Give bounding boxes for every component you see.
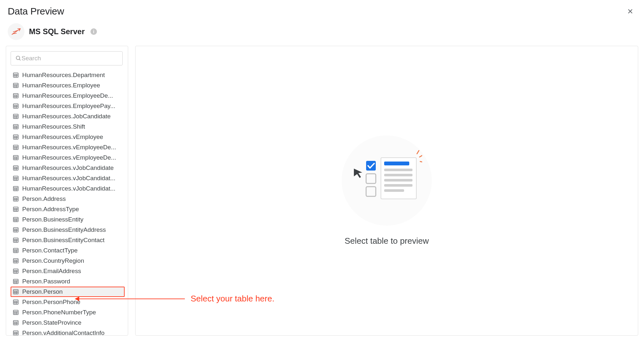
datasource-header: MS SQL Server i xyxy=(0,20,644,46)
table-item-label: HumanResources.EmployeeDe... xyxy=(22,92,113,99)
svg-rect-32 xyxy=(14,135,18,139)
table-item[interactable]: Person.StateProvince xyxy=(11,318,125,328)
table-item[interactable]: Person.ContactType xyxy=(11,245,125,256)
main-panel: Select table to preview xyxy=(135,46,638,336)
table-item-label: Person.BusinessEntityAddress xyxy=(22,226,106,233)
table-item[interactable]: Person.vAdditionalContactInfo xyxy=(11,328,125,335)
table-item-label: HumanResources.vEmployeeDe... xyxy=(22,154,116,161)
table-item[interactable]: HumanResources.Department xyxy=(11,70,125,80)
table-icon xyxy=(13,237,19,243)
table-item[interactable]: Person.BusinessEntityContact xyxy=(11,235,125,245)
table-item-label: Person.Address xyxy=(22,195,66,202)
search-box[interactable] xyxy=(11,51,123,65)
table-list[interactable]: HumanResources.DepartmentHumanResources.… xyxy=(11,70,126,335)
table-item[interactable]: Person.Address xyxy=(11,194,125,204)
table-item-label: Person.BusinessEntity xyxy=(22,216,83,223)
header-bar: Data Preview × xyxy=(0,0,644,20)
svg-rect-102 xyxy=(14,279,18,283)
svg-line-143 xyxy=(420,155,422,157)
table-item[interactable]: Person.BusinessEntity xyxy=(11,214,125,225)
svg-rect-47 xyxy=(14,166,18,170)
table-item-label: Person.Password xyxy=(22,278,70,285)
table-icon xyxy=(13,309,19,316)
svg-rect-112 xyxy=(14,300,18,304)
table-item[interactable]: Person.Password xyxy=(11,276,125,287)
table-item[interactable]: Person.AddressType xyxy=(11,204,125,214)
svg-rect-138 xyxy=(384,174,412,176)
svg-rect-17 xyxy=(14,104,18,108)
table-icon xyxy=(13,299,19,305)
table-icon xyxy=(13,258,19,264)
svg-rect-136 xyxy=(384,162,409,165)
search-input[interactable] xyxy=(22,55,118,62)
search-icon xyxy=(15,55,22,62)
table-item-label: HumanResources.vEmployee xyxy=(22,133,103,141)
sidebar: HumanResources.DepartmentHumanResources.… xyxy=(6,46,128,336)
table-icon xyxy=(13,82,19,89)
svg-rect-92 xyxy=(14,259,18,263)
table-icon xyxy=(13,165,19,171)
table-item-label: Person.PhoneNumberType xyxy=(22,309,96,316)
table-icon xyxy=(13,103,19,109)
table-item-label: HumanResources.vJobCandidate xyxy=(22,164,114,172)
table-item[interactable]: HumanResources.Shift xyxy=(11,122,125,132)
svg-rect-2 xyxy=(14,73,18,77)
svg-rect-127 xyxy=(14,331,18,335)
table-icon xyxy=(13,144,19,151)
table-item-label: HumanResources.Shift xyxy=(22,123,85,130)
table-item[interactable]: Person.BusinessEntityAddress xyxy=(11,225,125,235)
table-item[interactable]: Person.CountryRegion xyxy=(11,256,125,266)
table-item-label: Person.AddressType xyxy=(22,206,79,213)
svg-rect-37 xyxy=(14,145,18,149)
table-item[interactable]: HumanResources.vJobCandidate xyxy=(11,163,125,173)
table-item[interactable]: Person.PersonPhone xyxy=(11,297,125,307)
table-icon xyxy=(13,134,19,140)
table-icon xyxy=(13,154,19,161)
table-item-label: Person.CountryRegion xyxy=(22,257,84,264)
svg-rect-137 xyxy=(384,169,412,171)
table-item[interactable]: HumanResources.EmployeePay... xyxy=(11,101,125,111)
svg-rect-107 xyxy=(14,290,18,294)
table-item[interactable]: HumanResources.Employee xyxy=(11,80,125,91)
table-item-label: HumanResources.Department xyxy=(22,72,105,79)
svg-rect-140 xyxy=(384,184,412,187)
table-icon xyxy=(13,319,19,326)
table-item-label: HumanResources.Employee xyxy=(22,82,100,89)
table-icon xyxy=(13,123,19,130)
table-item[interactable]: HumanResources.vJobCandidat... xyxy=(11,173,125,183)
svg-line-142 xyxy=(417,151,419,154)
svg-rect-42 xyxy=(14,155,18,160)
svg-rect-77 xyxy=(14,228,18,232)
table-item-label: HumanResources.vEmployeeDe... xyxy=(22,144,116,151)
table-item-label: Person.StateProvince xyxy=(22,319,81,326)
table-item[interactable]: HumanResources.vEmployeeDe... xyxy=(11,152,125,163)
table-item[interactable]: Person.PhoneNumberType xyxy=(11,307,125,318)
datasource-icon xyxy=(8,23,24,40)
table-item-label: HumanResources.EmployeePay... xyxy=(22,103,115,110)
table-icon xyxy=(13,247,19,254)
svg-rect-134 xyxy=(366,187,376,196)
table-icon xyxy=(13,268,19,274)
table-item[interactable]: HumanResources.JobCandidate xyxy=(11,111,125,122)
info-icon[interactable]: i xyxy=(90,28,97,35)
close-button[interactable]: × xyxy=(624,5,636,17)
table-item-label: Person.EmailAddress xyxy=(22,268,81,275)
table-icon xyxy=(13,196,19,202)
table-icon xyxy=(13,227,19,233)
empty-state: Select table to preview xyxy=(342,135,432,246)
svg-rect-7 xyxy=(14,83,18,87)
svg-line-144 xyxy=(420,162,422,162)
svg-rect-67 xyxy=(14,207,18,211)
table-item[interactable]: HumanResources.EmployeeDe... xyxy=(11,91,125,101)
table-item[interactable]: HumanResources.vEmployeeDe... xyxy=(11,142,125,152)
table-item-label: Person.Person xyxy=(22,288,63,295)
table-item-label: HumanResources.vJobCandidat... xyxy=(22,185,115,192)
table-item[interactable]: Person.EmailAddress xyxy=(11,266,125,276)
table-item[interactable]: Person.Person xyxy=(11,287,125,297)
table-item[interactable]: HumanResources.vEmployee xyxy=(11,132,125,142)
table-icon xyxy=(13,216,19,223)
svg-rect-27 xyxy=(14,124,18,129)
svg-rect-97 xyxy=(14,269,18,273)
table-item[interactable]: HumanResources.vJobCandidat... xyxy=(11,183,125,194)
datasource-name: MS SQL Server xyxy=(29,27,85,36)
